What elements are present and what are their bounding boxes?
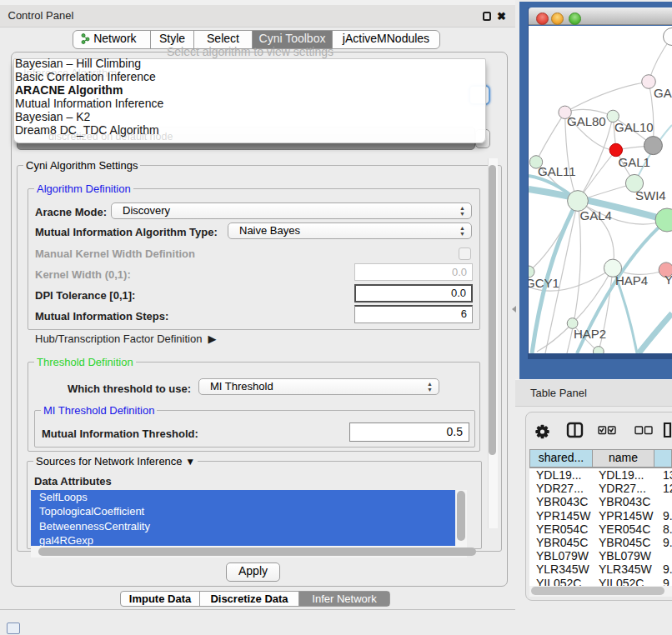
svg-text:SWI4: SWI4 [635, 188, 666, 202]
svg-text:HAP2: HAP2 [574, 327, 606, 341]
svg-text:GAL80: GAL80 [567, 114, 606, 128]
svg-text:GAL4: GAL4 [580, 208, 612, 222]
svg-text:GAL1: GAL1 [619, 155, 650, 169]
svg-text:GCY1: GCY1 [529, 276, 559, 290]
svg-text:GAL: GAL [654, 86, 672, 100]
svg-text:GAL11: GAL11 [538, 164, 576, 178]
svg-text:HAP4: HAP4 [615, 273, 648, 288]
svg-text:GAL10: GAL10 [614, 120, 654, 134]
svg-text:Y: Y [664, 272, 672, 287]
